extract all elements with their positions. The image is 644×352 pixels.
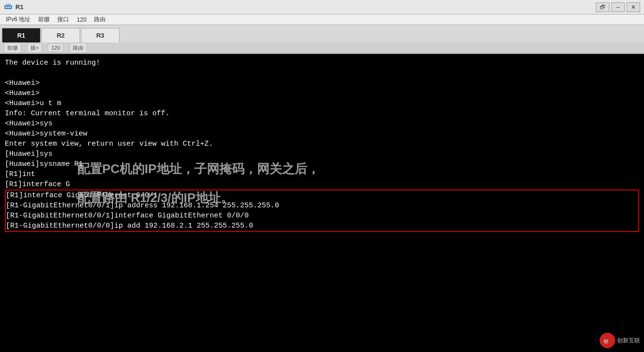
menu-interface[interactable]: 接口 xyxy=(54,14,73,25)
terminal-line-2: <Huawei> xyxy=(5,78,639,88)
sub-btn-add[interactable]: 接+ xyxy=(27,43,42,53)
terminal-line-blank1 xyxy=(5,68,639,78)
terminal-line-h4: [R1-GigabitEthernet0/0/0]ip add 192.168.… xyxy=(6,221,638,231)
minimize-button[interactable]: – xyxy=(611,2,625,12)
terminal[interactable]: The device is running! <Huawei> <Huawei>… xyxy=(0,54,644,352)
terminal-line-10: [Huawei]sysname R1 xyxy=(5,159,639,169)
terminal-line-6: <Huawei>sys xyxy=(5,119,639,129)
terminal-line-3: <Huawei> xyxy=(5,88,639,98)
tab-r2[interactable]: R2 xyxy=(41,28,80,42)
sub-btn-120[interactable]: 120 xyxy=(48,43,63,52)
terminal-line-8: Enter system view, return user view with… xyxy=(5,139,639,149)
terminal-line-h1: [R1]interface GigabitEthernet 0/0/1 xyxy=(6,190,638,201)
tab-r3[interactable]: R3 xyxy=(81,28,120,42)
terminal-line-h2: [R1-GigabitEthernet0/0/1]ip address 192.… xyxy=(6,201,638,211)
terminal-line-h3: [R1-GigabitEthernet0/0/1]interface Gigab… xyxy=(6,211,638,221)
tab-r1[interactable]: R1 xyxy=(2,28,40,42)
sub-btn-route[interactable]: 路由 xyxy=(69,43,87,53)
sub-button-bar: 前缀 接+ 120 路由 xyxy=(0,42,644,54)
highlighted-block: [R1]interface GigabitEthernet 0/0/1 [R1-… xyxy=(5,190,639,232)
tab-bar: R1 R2 R3 xyxy=(0,25,644,42)
terminal-line-7: <Huawei>system-view xyxy=(5,129,639,139)
watermark-logo: 创 xyxy=(600,333,615,348)
menu-120[interactable]: 120 xyxy=(73,15,90,24)
watermark: 创 创新互联 xyxy=(600,333,640,348)
title-bar-left: R1 xyxy=(4,3,24,12)
title-bar: R1 🗗 – ✕ xyxy=(0,0,644,14)
router-icon xyxy=(4,3,13,12)
svg-point-3 xyxy=(10,6,11,8)
svg-point-2 xyxy=(8,6,9,8)
terminal-line-9: [Huawei]sys xyxy=(5,149,639,159)
terminal-line-4: <Huawei>u t m xyxy=(5,98,639,108)
logo-icon: 创 xyxy=(603,336,612,345)
menu-bar: IPv6 地址 前缀 接口 120 路由 xyxy=(0,14,644,25)
terminal-line-5: Info: Current terminal monitor is off. xyxy=(5,108,639,119)
terminal-line-1: The device is running! xyxy=(5,58,639,68)
svg-point-1 xyxy=(6,6,7,8)
svg-text:创: 创 xyxy=(604,338,608,344)
watermark-text: 创新互联 xyxy=(617,337,640,345)
title-bar-controls: 🗗 – ✕ xyxy=(596,2,640,12)
terminal-line-12: [R1]interface G xyxy=(5,179,639,190)
menu-ipv6[interactable]: IPv6 地址 xyxy=(2,14,34,25)
restore-button[interactable]: 🗗 xyxy=(596,2,609,12)
menu-prefix[interactable]: 前缀 xyxy=(34,14,54,25)
sub-btn-prefix[interactable]: 前缀 xyxy=(4,43,21,53)
terminal-line-11: [R1]int xyxy=(5,169,639,179)
menu-route[interactable]: 路由 xyxy=(90,14,109,25)
close-button[interactable]: ✕ xyxy=(627,2,640,12)
main-window: R1 🗗 – ✕ IPv6 地址 前缀 接口 120 路由 R1 R2 R3 前… xyxy=(0,0,644,352)
window-title: R1 xyxy=(15,3,24,11)
